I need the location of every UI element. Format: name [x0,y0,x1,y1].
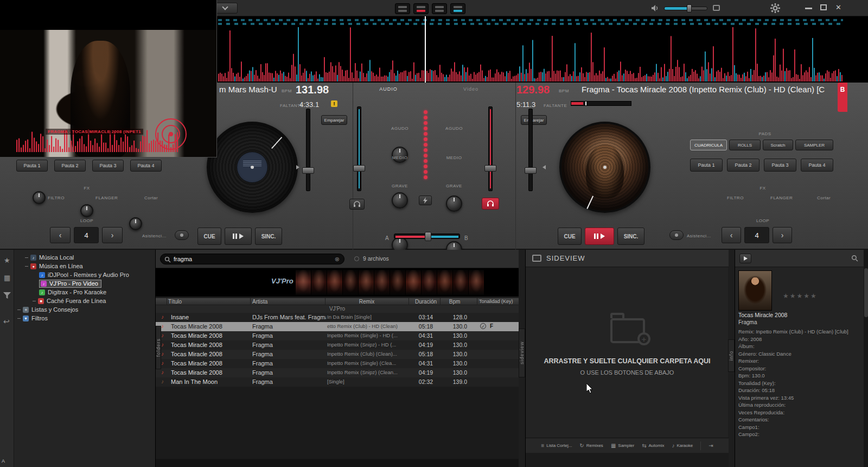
deck-a-fx-cut-knob[interactable] [129,217,142,230]
video-thumbnail-frame[interactable] [311,270,327,295]
master-volume-slider[interactable] [664,7,707,10]
video-thumbnail-frame[interactable] [453,270,469,295]
minimize-button[interactable] [805,8,812,9]
channel-b-fader-handle[interactable] [484,165,496,172]
column-remix[interactable]: Remix [327,299,406,305]
eq-a-high-knob[interactable] [392,147,408,163]
deck-a-platter[interactable] [207,122,298,213]
back-icon[interactable]: ↩ [3,317,10,326]
channel-a-fader-handle[interactable] [353,165,365,172]
album-art[interactable] [738,270,772,311]
deck-a-fx-flanger-knob[interactable] [80,204,93,217]
column-artist[interactable]: Artista [252,299,267,305]
deck-a-pitch-fader[interactable] [306,109,310,191]
video-thumbnails[interactable] [296,270,484,295]
table-row[interactable]: ♪ Tocas Miracle 2008 Fragma Inpetto Remi… [156,350,519,359]
deck-a-sync-button[interactable]: SINC. [255,228,282,245]
table-row[interactable]: ♪ Insane DJs From Mars feat. Fragma In D… [156,313,519,322]
deck-b-loop-value[interactable]: 4 [744,227,769,243]
favorites-icon[interactable]: ★ [4,256,10,264]
table-row[interactable]: ♪ Tocas Miracle 2008 Fragma Inpetto Remi… [156,331,519,340]
sideview-tab[interactable]: sideview [519,329,525,377]
mixer-audio-tab[interactable]: AUDIO [367,86,410,92]
remixes-button[interactable]: ↻ Remixes [579,443,603,449]
deck-b-padmode-scratch[interactable]: Scratch [763,140,793,150]
sidelist-collapse-button[interactable]: ⇥ [709,443,713,449]
deck-a-play-button[interactable] [225,228,252,245]
deck-a-cue-button[interactable]: CUE [197,228,221,245]
layout-button-2[interactable] [413,3,429,14]
video-thumbnail-frame[interactable] [422,270,437,295]
gear-icon[interactable] [770,3,780,13]
karaoke-button[interactable]: ♪ Karaoke [672,443,693,449]
video-preview-window[interactable]: FRAGMA - TOCAS MIRACLE 2008 (INPET1 [0,0,217,157]
deck-b-pad-1[interactable]: Pauta 1 [690,159,723,172]
deck-b-loop-prev-button[interactable]: ‹ [722,227,741,243]
video-thumbnail-frame[interactable] [374,270,390,295]
effects-toggle-button[interactable] [419,195,432,205]
sidebar-item-idjpool[interactable]: ♪ iDJPool - Remixes y Audio Pro [39,270,129,279]
table-row[interactable]: ♪ Tocas Miracle 2008 Fragma Inpetto Remi… [156,340,519,350]
sidebar-item-musica-en-linea[interactable]: ● Música en Línea [25,262,83,270]
deck-b-pitch-fader[interactable] [528,109,533,191]
deck-a-pitch-handle[interactable] [302,167,314,174]
deck-b-sync-button[interactable]: SINC. [617,228,644,245]
deck-a-loop-value[interactable]: 4 [74,227,99,243]
deck-b-padmode-cuadricula[interactable]: CUADRICULA [690,140,727,150]
info-tab[interactable]: info [728,339,735,372]
video-thumbnail-frame[interactable] [296,270,311,295]
filter-icon[interactable] [3,292,11,299]
sidebar-item-vjpro[interactable]: ♪ VJ'Pro - Pro Video [39,279,101,288]
crossfader-handle[interactable] [425,232,431,241]
search-input[interactable] [174,255,331,263]
column-key[interactable]: Tonalidad (Key) [479,299,518,304]
video-thumbnail-frame[interactable] [437,270,453,295]
automix-button[interactable]: ⇆ Automix [642,443,664,449]
headphone-a-button[interactable] [349,199,365,210]
deck-a-fx-filter-knob[interactable] [33,191,46,204]
shortlist-button[interactable]: ≡ Lista Cortej... [541,443,572,449]
deck-b-padmode-rolls[interactable]: ROLLS [729,140,761,150]
eq-a-mid-knob[interactable] [392,192,408,209]
clear-search-icon[interactable]: ⊗ [335,256,340,263]
deck-b-play-button[interactable] [585,228,614,245]
video-thumbnail-frame[interactable] [469,270,484,295]
rating-stars[interactable]: ★★★★★ [783,292,818,300]
deck-b-pitch-handle[interactable] [525,167,537,174]
column-title[interactable]: Título [168,299,182,305]
sidebar-item-cache[interactable]: ■ Caché Fuera de Línea [33,296,106,305]
display-icon[interactable] [713,5,720,11]
video-thumbnail-frame[interactable] [359,270,374,295]
table-row[interactable]: ♪ Tocas Miracle 2008 Fragma Inpetto Remi… [156,359,519,368]
sidebar-item-musica-local[interactable]: ♪ Música Local [25,253,74,262]
deck-b-pad-4[interactable]: Pauta 4 [801,159,833,172]
deck-b-loop-next-button[interactable]: › [773,227,792,243]
deck-b-pad-2[interactable]: Pauta 2 [727,159,760,172]
sidebar-item-listas[interactable]: ≡ Listas y Consejos [17,305,78,314]
info-scrollbar[interactable] [864,250,868,467]
deck-b-cue-button[interactable]: CUE [558,228,582,245]
deck-b-padmode-sampler[interactable]: SAMPLER [795,140,833,150]
preview-play-button[interactable] [739,254,751,263]
close-button[interactable]: ✕ [835,3,841,11]
table-row[interactable]: ♪ Man In The Moon Fragma [Single] 02:32 … [156,377,519,387]
video-thumbnail-frame[interactable] [327,270,343,295]
channel-b-volume-fader[interactable] [488,106,493,191]
volume-handle[interactable] [687,4,692,12]
video-thumbnail-frame[interactable] [390,270,406,295]
video-thumbnail-frame[interactable] [343,270,359,295]
search-box[interactable]: ⊗ [160,254,344,264]
deck-a-pad-4[interactable]: Pauta 4 [130,160,162,172]
deck-b-match-button[interactable]: Emparejar [521,115,547,125]
mixer-video-tab[interactable]: Video [455,86,487,92]
deck-a-loop-prev-button[interactable]: ‹ [50,227,71,243]
deck-a-match-button[interactable]: Emparejar [321,115,347,125]
column-duration[interactable]: Duración [411,299,441,305]
panels-icon[interactable]: ▦ [4,274,10,282]
table-row-selected[interactable]: ♪ Tocas Miracle 2008 Fragma etto Remix (… [156,322,519,331]
deck-b-tab[interactable]: B [838,83,847,112]
scrollbar-thumb[interactable] [864,268,868,317]
maximize-button[interactable] [820,4,827,10]
channel-a-volume-fader[interactable] [357,106,361,191]
table-row[interactable]: ♪ Tocas Miracle 2008 Fragma Inpetto Remi… [156,368,519,377]
